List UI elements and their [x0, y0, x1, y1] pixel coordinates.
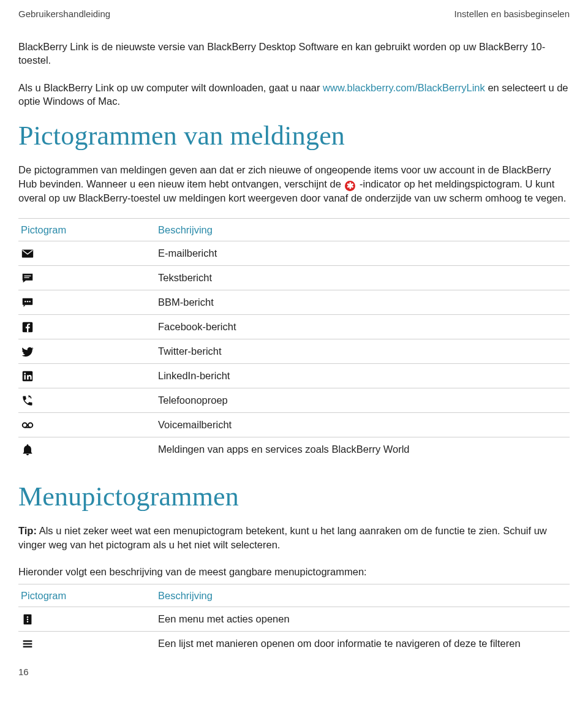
- svg-point-6: [29, 301, 30, 302]
- svg-point-10: [24, 372, 26, 374]
- table-row: Een menu met acties openen: [18, 607, 570, 631]
- linkedin-icon: [18, 363, 156, 388]
- page-number: 16: [18, 667, 570, 677]
- bbm-icon: [18, 290, 156, 314]
- section2-below: Hieronder volgt een beschrijving van de …: [18, 565, 570, 579]
- icon-description: Een menu met acties openen: [156, 607, 570, 631]
- mail-icon: [18, 241, 156, 265]
- icon-description: Tekstbericht: [156, 265, 570, 290]
- icon-description: Een lijst met manieren openen om door in…: [156, 631, 570, 656]
- page-header: Gebruikershandleiding Instellen en basis…: [18, 9, 570, 19]
- header-left: Gebruikershandleiding: [18, 9, 110, 19]
- bell-icon: [18, 437, 156, 461]
- list-menu-icon: [18, 631, 156, 656]
- table-row: BBM-bericht: [18, 290, 570, 314]
- svg-point-5: [27, 301, 28, 302]
- facebook-icon: [18, 314, 156, 339]
- svg-point-16: [27, 618, 29, 620]
- table-row: Telefoonoproep: [18, 388, 570, 412]
- svg-rect-9: [24, 375, 26, 379]
- intro-paragraph-2: Als u BlackBerry Link op uw computer wil…: [18, 81, 570, 108]
- tip-text: Als u niet zeker weet wat een menupictog…: [18, 525, 547, 550]
- header-right: Instellen en basisbeginselen: [454, 9, 570, 19]
- table-row: Twitter-bericht: [18, 339, 570, 363]
- intro-p2-lead: Als u BlackBerry Link op uw computer wil…: [18, 82, 323, 93]
- table-row: Facebook-bericht: [18, 314, 570, 339]
- table-head-description: Beschrijving: [156, 218, 570, 241]
- icon-description: Voicemailbericht: [156, 412, 570, 437]
- new-item-indicator-icon: ✱: [345, 181, 355, 191]
- section1-description: De pictogrammen van meldingen geven aan …: [18, 163, 570, 204]
- svg-point-17: [27, 621, 29, 622]
- icon-description: LinkedIn-bericht: [156, 363, 570, 388]
- section-title-menuicons: Menupictogrammen: [18, 482, 570, 512]
- svg-point-4: [24, 301, 26, 302]
- voicemail-icon: [18, 412, 156, 437]
- svg-point-11: [23, 423, 27, 427]
- section2-tip: Tip: Als u niet zeker weet wat een menup…: [18, 524, 570, 551]
- icon-description: BBM-bericht: [156, 290, 570, 314]
- icon-description: Facebook-bericht: [156, 314, 570, 339]
- icon-description: Twitter-bericht: [156, 339, 570, 363]
- blackberry-link-url[interactable]: www.blackberry.com/BlackBerryLink: [323, 82, 485, 93]
- table-row: LinkedIn-bericht: [18, 363, 570, 388]
- section-title-notifications: Pictogrammen van meldingen: [18, 121, 570, 151]
- icon-description: Telefoonoproep: [156, 388, 570, 412]
- table-row: Een lijst met manieren openen om door in…: [18, 631, 570, 656]
- intro-paragraph-1: BlackBerry Link is de nieuwste versie va…: [18, 40, 570, 67]
- icon-description: E-mailbericht: [156, 241, 570, 265]
- twitter-icon: [18, 339, 156, 363]
- notification-icons-table: Pictogram Beschrijving E-mailberichtTeks…: [18, 218, 570, 461]
- table-head-pictogram: Pictogram: [18, 218, 156, 241]
- overflow-icon: [18, 607, 156, 631]
- table-row: Tekstbericht: [18, 265, 570, 290]
- icon-description: Meldingen van apps en services zoals Bla…: [156, 437, 570, 461]
- table-head-pictogram: Pictogram: [18, 584, 156, 607]
- svg-point-12: [28, 423, 32, 427]
- table-row: Meldingen van apps en services zoals Bla…: [18, 437, 570, 461]
- table-row: Voicemailbericht: [18, 412, 570, 437]
- menu-icons-table: Pictogram Beschrijving Een menu met acti…: [18, 584, 570, 656]
- table-row: E-mailbericht: [18, 241, 570, 265]
- table-head-description: Beschrijving: [156, 584, 570, 607]
- tip-label: Tip:: [18, 525, 37, 536]
- phone-icon: [18, 388, 156, 412]
- chat-icon: [18, 265, 156, 290]
- svg-point-15: [27, 616, 29, 618]
